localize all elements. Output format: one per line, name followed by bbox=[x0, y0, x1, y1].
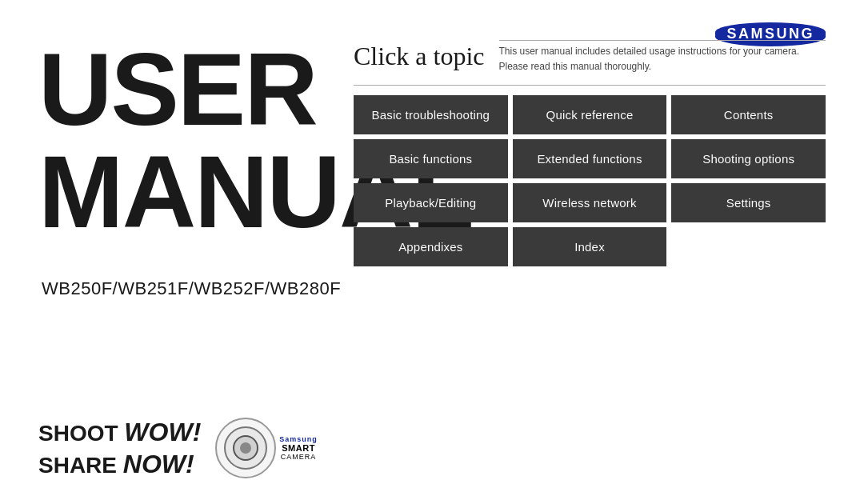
shoot-line: SHOOT WOW! bbox=[38, 416, 201, 448]
topic-divider bbox=[354, 85, 826, 86]
smart-camera-label: Samsung SMART CAMERA bbox=[279, 435, 318, 461]
topic-button-shooting-options[interactable]: Shooting options bbox=[671, 139, 826, 178]
topic-button-contents[interactable]: Contents bbox=[671, 95, 826, 134]
wow-word: WOW! bbox=[124, 418, 201, 446]
camera-lens-ring bbox=[224, 426, 267, 470]
empty-cell bbox=[671, 227, 826, 266]
click-topic-title: Click a topic bbox=[354, 40, 485, 71]
topic-button-index[interactable]: Index bbox=[513, 227, 667, 266]
topic-button-basic-functions[interactable]: Basic functions bbox=[354, 139, 508, 178]
topic-button-extended-functions[interactable]: Extended functions bbox=[513, 139, 667, 178]
click-topic-description: This user manual includes detailed usage… bbox=[499, 40, 826, 74]
smart-camera-badge bbox=[215, 418, 276, 478]
right-content-area: Click a topic This user manual includes … bbox=[354, 40, 826, 266]
topic-button-quick-reference[interactable]: Quick reference bbox=[513, 95, 667, 134]
samsung-small-label: Samsung bbox=[279, 435, 318, 443]
shoot-share-text: SHOOT WOW! SHARE NOW! bbox=[38, 416, 201, 480]
model-number: WB250F/WB251F/WB252F/WB280F bbox=[42, 278, 341, 299]
camera-label: CAMERA bbox=[281, 453, 317, 461]
now-word: NOW! bbox=[123, 450, 194, 478]
topics-grid: Basic troubleshootingQuick referenceCont… bbox=[354, 95, 826, 266]
shoot-share-section: SHOOT WOW! SHARE NOW! Samsung SMART CAME… bbox=[38, 416, 318, 480]
topic-button-appendixes[interactable]: Appendixes bbox=[354, 227, 508, 266]
share-word: SHARE bbox=[38, 453, 117, 478]
click-topic-row: Click a topic This user manual includes … bbox=[354, 40, 826, 74]
topic-button-settings[interactable]: Settings bbox=[671, 183, 826, 222]
topic-button-basic-troubleshooting[interactable]: Basic troubleshooting bbox=[354, 95, 508, 134]
share-line: SHARE NOW! bbox=[38, 448, 201, 480]
camera-lens-center bbox=[240, 442, 251, 454]
camera-lens-core bbox=[233, 435, 258, 461]
smart-label: SMART bbox=[282, 443, 315, 453]
shoot-word: SHOOT bbox=[38, 421, 118, 446]
topic-button-wireless-network[interactable]: Wireless network bbox=[513, 183, 667, 222]
topic-button-playback-editing[interactable]: Playback/Editing bbox=[354, 183, 508, 222]
